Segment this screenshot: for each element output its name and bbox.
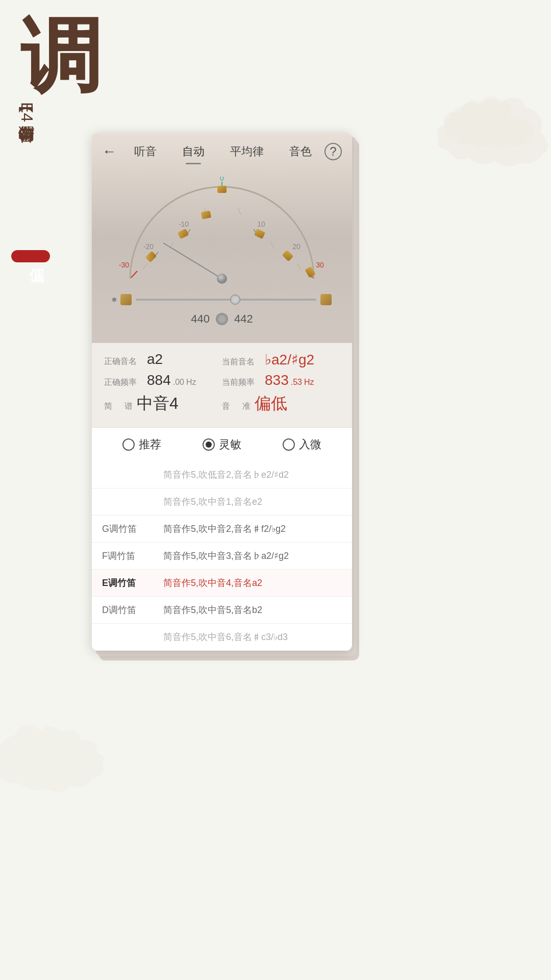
- correct-freq-row: 正确频率 884 .00 Hz: [104, 372, 222, 388]
- svg-text:30: 30: [316, 261, 324, 269]
- app-title-char: 调: [20, 15, 102, 97]
- list-key-e: E调竹笛: [102, 577, 163, 589]
- jianpu-section: 简 谱 中音4: [104, 393, 222, 419]
- list-item-6[interactable]: 简音作5,吹中音6,音名♯c3/♭d3: [92, 624, 352, 651]
- list-value-f: 简音作5,吹中音3,音名♭a2/♯g2: [163, 550, 289, 562]
- help-button[interactable]: ?: [324, 143, 342, 160]
- svg-line-0: [131, 271, 137, 278]
- jianpu-label: 简 谱: [104, 401, 135, 412]
- current-note-row: 当前音名 ♭a2/♯g2: [222, 351, 340, 368]
- radio-option-sensitive[interactable]: 灵敏: [203, 437, 241, 452]
- svg-rect-24: [254, 229, 265, 239]
- current-freq-label: 当前频率: [222, 377, 263, 388]
- card-stack: ← 听音 自动 平均律 音色 ? -30: [92, 133, 357, 651]
- svg-line-27: [163, 243, 222, 279]
- freq-info-row: 正确频率 884 .00 Hz 当前频率 833 .53 Hz: [104, 372, 340, 393]
- list-value-0: 简音作5,吹低音2,音名♭e2/♯d2: [163, 469, 289, 481]
- correct-freq-main: 884: [147, 372, 171, 388]
- correct-freq-label: 正确频率: [104, 377, 145, 388]
- current-note-value: ♭a2/♯g2: [265, 351, 314, 368]
- list-item-1[interactable]: 简音作5,吹中音1,音名e2: [92, 488, 352, 516]
- list-value-e: 简音作5,吹中音4,音名a2: [163, 577, 262, 589]
- freq-left-value: 440: [191, 312, 210, 326]
- current-freq-section: 当前频率 833 .53 Hz: [222, 372, 340, 393]
- slider-knob-left: [120, 294, 132, 305]
- svg-line-17: [238, 208, 241, 215]
- correct-note-value: a2: [147, 351, 163, 368]
- slider-area: [97, 289, 347, 305]
- list-item-d[interactable]: D调竹笛 简音作5,吹中音5,音名b2: [92, 597, 352, 624]
- list-value-1: 简音作5,吹中音1,音名e2: [163, 496, 262, 508]
- yinzhun-info-row: 音 准 偏低: [222, 393, 340, 415]
- sensitivity-radio-bar: 推荐 灵敏 入微: [92, 427, 352, 461]
- top-navigation: ← 听音 自动 平均律 音色 ?: [92, 133, 352, 166]
- current-freq-row: 当前频率 833 .53 Hz: [222, 372, 340, 388]
- svg-rect-23: [217, 186, 227, 193]
- svg-text:-30: -30: [119, 261, 129, 269]
- radio-option-recommend[interactable]: 推荐: [122, 437, 161, 452]
- list-key-f: F调竹笛: [102, 550, 163, 562]
- meter-container: -30 -20 -10 0 10 20: [115, 177, 329, 289]
- tab-timbre[interactable]: 音色: [285, 142, 316, 161]
- nav-tabs: 听音 自动 平均律 音色: [121, 142, 324, 161]
- current-freq-main: 833: [265, 372, 289, 388]
- svg-line-18: [270, 242, 274, 248]
- svg-line-19: [297, 263, 301, 270]
- cloud-top-right-decoration: [418, 92, 551, 174]
- meter-arc-svg: -30 -20 -10 0 10 20: [115, 177, 329, 289]
- correct-note-row: 正确音名 a2: [104, 351, 222, 368]
- radio-option-fine[interactable]: 入微: [283, 437, 321, 452]
- svg-text:-10: -10: [179, 220, 189, 228]
- info-panel: 正确音名 a2 当前音名 ♭a2/♯g2 正确频率 884 .00: [92, 343, 352, 427]
- tab-auto[interactable]: 自动: [178, 142, 209, 161]
- current-freq-unit: Hz: [304, 378, 314, 387]
- yinzhun-section: 音 准 偏低: [222, 393, 340, 419]
- list-item-f[interactable]: F调竹笛 简音作5,吹中音3,音名♭a2/♯g2: [92, 543, 352, 570]
- radio-circle-fine: [283, 438, 295, 451]
- svg-text:20: 20: [292, 242, 300, 251]
- context-text: E调竹笛中音4: [18, 102, 36, 122]
- vertical-context-label: 【E调竹笛中音4】: [15, 102, 38, 122]
- list-value-d: 简音作5,吹中音5,音名b2: [163, 604, 262, 616]
- list-key-g: G调竹笛: [102, 523, 163, 535]
- note-info-row: 正确音名 a2 当前音名 ♭a2/♯g2: [104, 351, 340, 372]
- correct-note-label: 正确音名: [104, 356, 145, 367]
- back-button[interactable]: ←: [102, 143, 116, 160]
- svg-rect-22: [201, 211, 211, 219]
- slider-track[interactable]: [136, 299, 316, 301]
- svg-line-14: [143, 263, 147, 270]
- pitch-status-badge: 偏低: [11, 250, 50, 262]
- list-item-g[interactable]: G调竹笛 简音作5,吹中音2,音名♯f2/♭g2: [92, 516, 352, 543]
- correct-note-section: 正确音名 a2: [104, 351, 222, 372]
- radio-circle-sensitive: [203, 438, 215, 451]
- list-value-g: 简音作5,吹中音2,音名♯f2/♭g2: [163, 523, 286, 535]
- tab-listen[interactable]: 听音: [130, 142, 161, 161]
- correct-freq-section: 正确频率 884 .00 Hz: [104, 372, 222, 393]
- slider-knob-right: [320, 294, 332, 305]
- list-item-e[interactable]: E调竹笛 简音作5,吹中音4,音名a2: [92, 570, 352, 597]
- current-note-section: 当前音名 ♭a2/♯g2: [222, 351, 340, 372]
- freq-display: 440 442: [97, 312, 347, 326]
- list-value-6: 简音作5,吹中音6,音名♯c3/♭d3: [163, 631, 288, 643]
- list-item-0[interactable]: 简音作5,吹低音2,音名♭e2/♯d2: [92, 461, 352, 488]
- main-card: ← 听音 自动 平均律 音色 ? -30: [92, 133, 352, 651]
- svg-text:0: 0: [220, 177, 224, 182]
- tab-equal-temperament[interactable]: 平均律: [226, 142, 268, 161]
- svg-text:10: 10: [257, 220, 265, 228]
- slider-dot-left: [112, 298, 116, 302]
- correct-freq-decimal: .00: [173, 378, 184, 387]
- svg-rect-20: [145, 251, 157, 263]
- radio-circle-recommend: [122, 438, 135, 451]
- correct-freq-unit: Hz: [186, 378, 196, 387]
- svg-rect-21: [178, 229, 189, 239]
- svg-rect-25: [282, 250, 294, 262]
- slider-thumb: [230, 295, 240, 305]
- yinzhun-label: 音 准: [222, 401, 253, 412]
- yinzhun-value: 偏低: [255, 393, 287, 415]
- cloud-bottom-left-decoration: [0, 709, 143, 812]
- jianpu-row: 简 谱 中音4 音 准 偏低: [104, 393, 340, 419]
- jianpu-info-row: 简 谱 中音4: [104, 393, 222, 415]
- tuner-display: -30 -20 -10 0 10 20: [92, 166, 352, 343]
- svg-text:-20: -20: [143, 242, 154, 251]
- instrument-list: 简音作5,吹低音2,音名♭e2/♯d2 简音作5,吹中音1,音名e2 G调竹笛 …: [92, 461, 352, 651]
